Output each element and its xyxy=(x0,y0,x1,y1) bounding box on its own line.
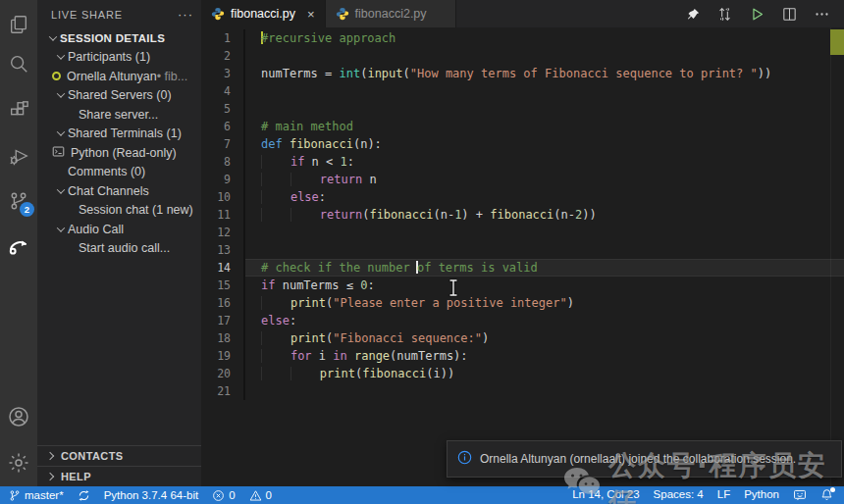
code-line-7: 7def fibonacci(n): xyxy=(201,135,844,153)
chevron-right-icon xyxy=(46,452,54,460)
tab-label: fibonacci2.py xyxy=(355,7,427,21)
line-number: 21 xyxy=(201,382,245,400)
status-ln-14-col-23[interactable]: Ln 14, Col 23 xyxy=(565,488,646,500)
code-line-8: 8 if n < 1: xyxy=(201,153,844,171)
notification-toast[interactable]: Ornella Altunyan (ornellaalt) joined the… xyxy=(447,440,842,478)
close-icon[interactable]: × xyxy=(307,7,315,22)
code-token xyxy=(261,208,290,222)
line-number: 12 xyxy=(201,224,245,241)
activity-account-icon[interactable] xyxy=(0,400,37,433)
sidebar-more-actions-icon[interactable]: ··· xyxy=(178,7,193,22)
line-content xyxy=(245,47,844,65)
code-token: # main method xyxy=(261,120,353,133)
run-file-icon[interactable] xyxy=(749,6,765,23)
status-bar-right: Ln 14, Col 23Spaces: 4LFPython xyxy=(565,488,840,502)
activity-live-share-icon[interactable] xyxy=(0,229,37,263)
line-content: print("Please enter a positive integer") xyxy=(245,294,844,312)
line-content: # check if the number of terms is valid xyxy=(245,259,844,277)
code-token: (n): xyxy=(353,137,382,151)
code-token: (i)) xyxy=(426,367,454,380)
error-icon xyxy=(212,489,225,502)
status-python-3-7-4-64-bit[interactable]: Python 3.7.4 64-bit xyxy=(97,489,206,501)
sidebar-section-help[interactable]: HELP xyxy=(37,466,201,486)
activity-extensions-icon[interactable] xyxy=(0,94,37,127)
terminal-icon xyxy=(52,145,65,161)
status-bar: master*Python 3.7.4 64-bit00 Ln 14, Col … xyxy=(0,486,844,504)
sidebar-item-session-details[interactable]: SESSION DETAILS xyxy=(37,28,201,48)
line-content: #recursive approach xyxy=(245,29,844,47)
status-label: LF xyxy=(717,488,730,500)
open-changes-icon[interactable] xyxy=(716,6,733,23)
activity-source-control-icon[interactable]: 2 xyxy=(0,184,37,218)
line-content xyxy=(245,224,844,241)
activity-run-debug-icon[interactable] xyxy=(0,139,37,173)
line-content xyxy=(245,241,844,259)
line-content: print(fibonacci(i)) xyxy=(245,365,844,382)
sidebar-item-session-chat-1-new[interactable]: Session chat (1 new) xyxy=(37,201,201,221)
sidebar-title: LIVE SHARE xyxy=(51,9,123,21)
activity-explorer-icon[interactable] xyxy=(0,8,37,41)
sidebar-item-share-server[interactable]: Share server... xyxy=(37,105,201,125)
more-actions-icon[interactable] xyxy=(814,6,830,23)
line-number: 16 xyxy=(201,294,245,312)
status-label: Python xyxy=(744,488,779,500)
sidebar-section-contacts[interactable]: CONTACTS xyxy=(37,445,201,466)
line-content: else: xyxy=(245,188,844,206)
status-label: Python 3.7.4 64-bit xyxy=(104,489,199,501)
activity-search-icon[interactable] xyxy=(0,47,37,80)
status-feedback[interactable] xyxy=(786,488,814,502)
line-content: # main method xyxy=(245,118,844,135)
code-token: print xyxy=(290,296,326,310)
status-sync[interactable] xyxy=(71,489,97,502)
activity-bar: 2 xyxy=(0,0,37,486)
code-line-18: 18 print("Fibonacci sequence:") xyxy=(201,329,844,347)
split-editor-icon[interactable] xyxy=(781,6,798,23)
status-spaces-4[interactable]: Spaces: 4 xyxy=(647,488,711,500)
code-token: (n- xyxy=(433,208,454,222)
sidebar-item-label: Start audio call... xyxy=(79,241,170,255)
line-number: 1 xyxy=(201,29,245,47)
status-warning[interactable]: 0 xyxy=(242,489,279,502)
sidebar-item-shared-servers-0[interactable]: Shared Servers (0) xyxy=(37,86,201,106)
status-git-branch[interactable]: master* xyxy=(2,489,71,502)
status-python[interactable]: Python xyxy=(737,488,786,500)
sidebar-item-label: SESSION DETAILS xyxy=(60,32,165,44)
pin-icon[interactable] xyxy=(686,7,701,22)
sidebar-item-label: Share server... xyxy=(79,108,158,122)
section-label: HELP xyxy=(61,471,91,482)
sync-icon xyxy=(78,489,90,502)
code-line-13: 13 xyxy=(201,241,844,259)
sidebar-item-shared-terminals-1[interactable]: Shared Terminals (1) xyxy=(37,125,201,144)
chevron-down-icon xyxy=(53,188,68,194)
status-lf[interactable]: LF xyxy=(711,488,737,500)
code-editor[interactable]: 1#recursive approach23numTerms = int(inp… xyxy=(201,27,844,486)
sidebar-item-comments-0[interactable]: Comments (0) xyxy=(37,163,201,182)
session-details-tree: SESSION DETAILSParticipants (1)Ornella A… xyxy=(37,28,201,258)
sidebar-item-ornella-altunyan[interactable]: Ornella Altunyan • fib... xyxy=(37,67,201,86)
sidebar-item-audio-call[interactable]: Audio Call xyxy=(37,220,201,239)
status-label: master* xyxy=(25,489,64,501)
python-file-icon xyxy=(336,7,349,21)
sidebar-item-label: Ornella Altunyan xyxy=(67,70,157,83)
chevron-down-icon xyxy=(53,130,68,136)
sidebar-item-label: Participants (1) xyxy=(68,50,150,64)
sidebar-item-label: Comments (0) xyxy=(68,165,145,178)
status-bell[interactable] xyxy=(814,488,840,501)
code-token: "How many terms of Fibonacci sequence to… xyxy=(410,67,758,80)
status-bar-left: master*Python 3.7.4 64-bit00 xyxy=(2,489,279,502)
code-line-9: 9 return n xyxy=(201,171,844,188)
line-number: 4 xyxy=(201,82,245,100)
sidebar-item-chat-channels[interactable]: Chat Channels xyxy=(37,181,201,201)
sidebar-item-start-audio-call[interactable]: Start audio call... xyxy=(37,239,201,259)
sidebar-item-participants-1[interactable]: Participants (1) xyxy=(37,48,201,68)
python-file-icon xyxy=(211,7,225,21)
tab-fibonacci-py[interactable]: fibonacci.py× xyxy=(201,0,326,27)
status-error[interactable]: 0 xyxy=(205,489,241,502)
sidebar-item-python-read-only[interactable]: Python (Read-only) xyxy=(37,143,201,163)
activity-settings-gear-icon[interactable] xyxy=(0,446,37,479)
code-token: else xyxy=(290,190,319,204)
code-token: # check if the number xyxy=(261,261,417,275)
code-token: n xyxy=(369,173,376,186)
code-token: 1 xyxy=(341,155,347,169)
tab-fibonacci2-py[interactable]: fibonacci2.py× xyxy=(326,0,457,27)
